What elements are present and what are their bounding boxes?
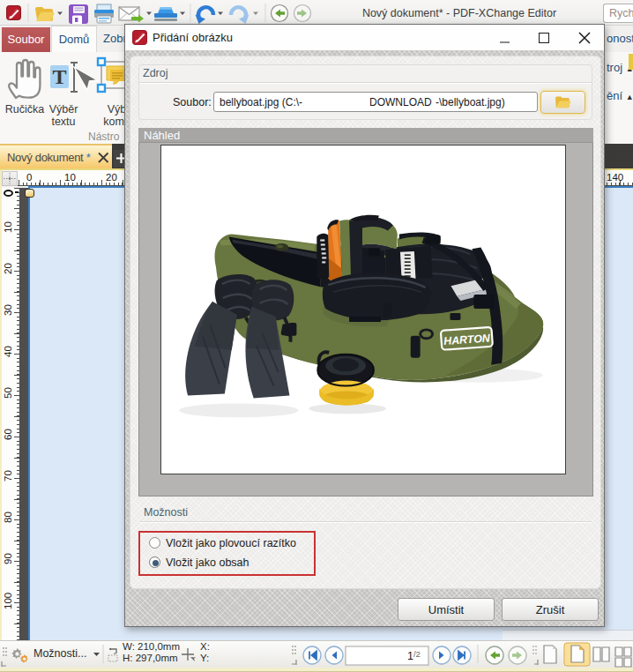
svg-text:T: T xyxy=(52,65,66,88)
